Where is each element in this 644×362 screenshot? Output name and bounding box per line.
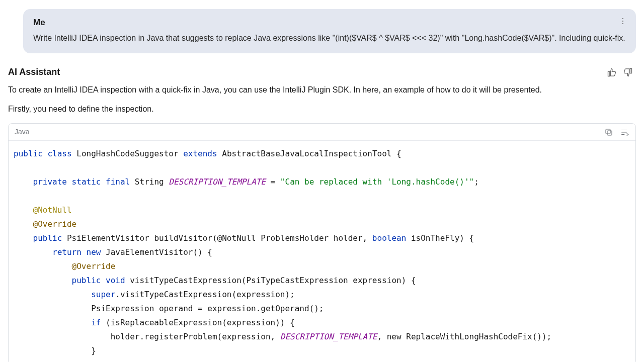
ai-title: AI Assistant <box>8 65 60 79</box>
thumbs-up-icon[interactable] <box>607 67 617 77</box>
ai-body: To create an IntelliJ IDEA inspection wi… <box>8 84 636 115</box>
code-block: Java public class LongHashCodeSuggestor … <box>8 123 636 362</box>
svg-rect-1 <box>606 129 610 134</box>
code-actions <box>604 128 629 137</box>
code-language-label: Java <box>15 127 30 137</box>
copy-icon[interactable] <box>604 128 613 137</box>
user-text: Write IntelliJ IDEA inspection in Java t… <box>33 32 626 45</box>
code-content: public class LongHashCodeSuggestor exten… <box>9 141 635 362</box>
user-name: Me <box>33 16 626 29</box>
svg-rect-0 <box>607 131 612 135</box>
feedback-controls <box>607 67 633 77</box>
ai-header: AI Assistant <box>8 65 636 79</box>
kebab-icon[interactable] <box>618 16 628 26</box>
user-message-bubble: Me Write IntelliJ IDEA inspection in Jav… <box>23 9 636 53</box>
thumbs-down-icon[interactable] <box>623 67 633 77</box>
insert-code-icon[interactable] <box>620 128 629 137</box>
ai-paragraph-2: Firstly, you need to define the inspecti… <box>8 103 636 115</box>
ai-paragraph-1: To create an IntelliJ IDEA inspection wi… <box>8 84 636 96</box>
code-header: Java <box>9 124 635 141</box>
